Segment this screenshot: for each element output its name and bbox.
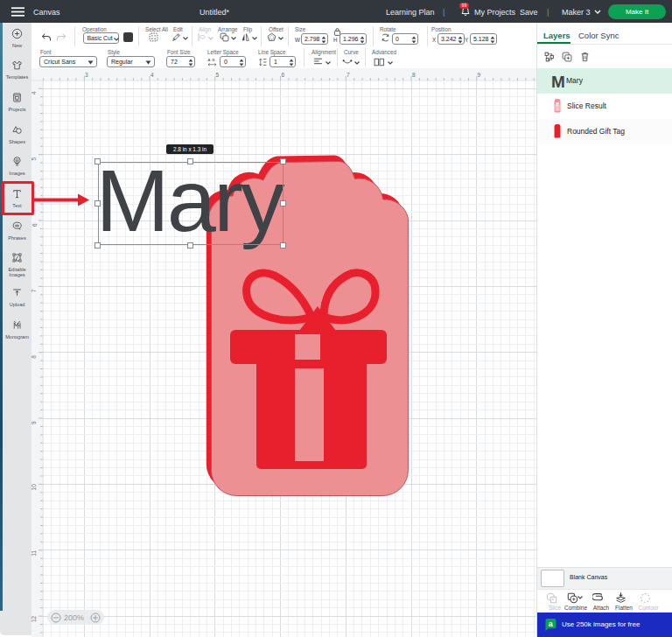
svg-text:9: 9 <box>32 421 38 424</box>
svg-text:11: 11 <box>32 550 38 556</box>
svg-text:6: 6 <box>281 72 284 78</box>
svg-text:A: A <box>208 58 211 62</box>
svg-text:3: 3 <box>85 72 88 78</box>
svg-text:8: 8 <box>32 355 38 359</box>
svg-text:4: 4 <box>32 91 38 94</box>
svg-text:10: 10 <box>32 484 38 491</box>
svg-text:5: 5 <box>216 72 220 78</box>
svg-text:B: B <box>213 58 215 62</box>
svg-text:9: 9 <box>478 72 481 78</box>
svg-text:7: 7 <box>32 289 38 292</box>
svg-text:5: 5 <box>32 158 38 161</box>
svg-text:8: 8 <box>412 72 416 78</box>
svg-text:7: 7 <box>346 72 350 78</box>
svg-text:6: 6 <box>32 223 38 227</box>
svg-text:12: 12 <box>32 615 38 622</box>
svg-text:4: 4 <box>150 72 154 78</box>
